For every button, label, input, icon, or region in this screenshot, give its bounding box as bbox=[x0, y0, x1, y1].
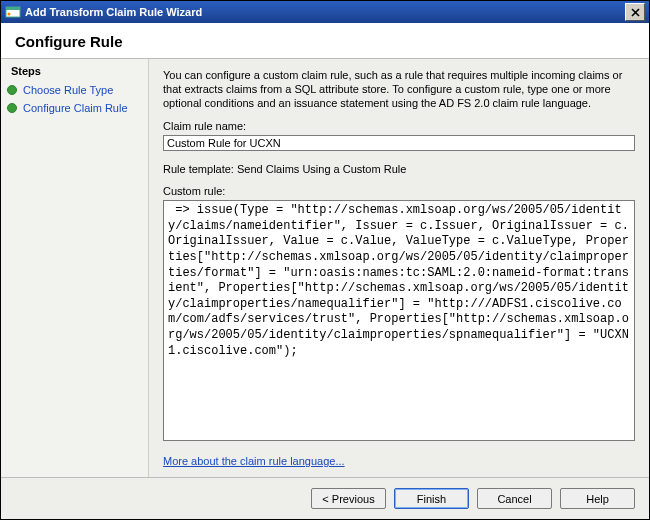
page-title: Configure Rule bbox=[15, 33, 633, 50]
footer-buttons: < Previous Finish Cancel Help bbox=[1, 477, 649, 519]
bullet-icon bbox=[7, 103, 17, 113]
steps-sidebar: Steps Choose Rule Type Configure Claim R… bbox=[1, 59, 149, 477]
step-label: Configure Claim Rule bbox=[23, 102, 128, 114]
step-configure-claim-rule[interactable]: Configure Claim Rule bbox=[1, 99, 148, 117]
custom-rule-label: Custom rule: bbox=[163, 185, 635, 197]
bullet-icon bbox=[7, 85, 17, 95]
help-button[interactable]: Help bbox=[560, 488, 635, 509]
step-label: Choose Rule Type bbox=[23, 84, 113, 96]
close-button[interactable] bbox=[625, 3, 645, 21]
step-choose-rule-type[interactable]: Choose Rule Type bbox=[1, 81, 148, 99]
svg-point-2 bbox=[8, 13, 11, 16]
svg-rect-1 bbox=[6, 7, 20, 10]
window-title: Add Transform Claim Rule Wizard bbox=[25, 6, 625, 18]
previous-button[interactable]: < Previous bbox=[311, 488, 386, 509]
wizard-icon bbox=[5, 4, 21, 20]
claim-rule-name-label: Claim rule name: bbox=[163, 120, 635, 132]
close-icon bbox=[631, 8, 640, 17]
claim-rule-name-input[interactable] bbox=[163, 135, 635, 151]
page-header: Configure Rule bbox=[1, 23, 649, 59]
steps-heading: Steps bbox=[11, 65, 148, 77]
content-panel: You can configure a custom claim rule, s… bbox=[149, 59, 649, 477]
wizard-window: Add Transform Claim Rule Wizard Configur… bbox=[0, 0, 650, 520]
titlebar: Add Transform Claim Rule Wizard bbox=[1, 1, 649, 23]
custom-rule-textarea[interactable] bbox=[163, 200, 635, 441]
instructions-text: You can configure a custom claim rule, s… bbox=[163, 69, 635, 110]
rule-template-text: Rule template: Send Claims Using a Custo… bbox=[163, 163, 635, 175]
more-about-language-link[interactable]: More about the claim rule language... bbox=[163, 455, 635, 467]
cancel-button[interactable]: Cancel bbox=[477, 488, 552, 509]
finish-button[interactable]: Finish bbox=[394, 488, 469, 509]
body: Steps Choose Rule Type Configure Claim R… bbox=[1, 59, 649, 477]
